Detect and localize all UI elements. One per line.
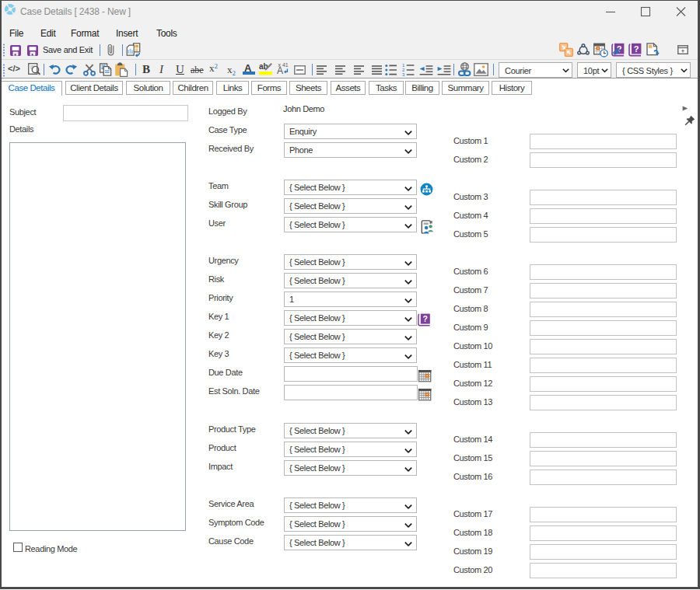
svg-text:?: ?: [634, 44, 639, 54]
svg-text:x 41: x 41: [278, 62, 289, 68]
svg-text:3: 3: [402, 72, 405, 76]
svg-text:?: ?: [423, 314, 428, 323]
